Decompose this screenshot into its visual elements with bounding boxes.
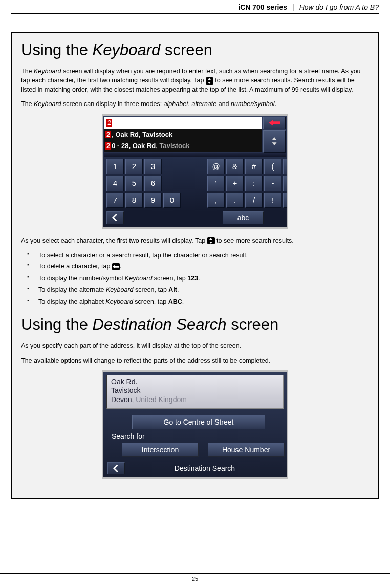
section1-bullet-list: To select a character or a search result… — [21, 250, 369, 307]
expand-icon — [207, 237, 215, 244]
key[interactable]: ! — [264, 193, 281, 208]
key[interactable]: ( — [264, 159, 281, 174]
list-item: To delete a character, tap . — [27, 262, 369, 271]
keyboard-input[interactable]: 2 — [104, 117, 262, 129]
key[interactable]: 5 — [125, 176, 143, 191]
footer-title: Destination Search — [127, 462, 283, 474]
page-number: 25 — [192, 576, 198, 582]
page-header: iCN 700 series | How do I go from A to B… — [11, 0, 379, 14]
section1-post-img: As you select each character, the first … — [21, 236, 369, 245]
key-blank — [182, 176, 206, 191]
key[interactable]: / — [245, 193, 263, 208]
abc-mode-button[interactable]: abc — [223, 211, 264, 224]
key[interactable]: & — [226, 159, 244, 174]
keyboard-grid: 123@&#()456'+:-°7890,./!? — [104, 157, 286, 211]
back-button[interactable] — [107, 462, 125, 474]
intersection-button[interactable]: Intersection — [122, 443, 199, 457]
key-blank — [182, 159, 206, 174]
keyboard-suggestion-2[interactable]: 20 - 28, Oak Rd, Tavistock — [104, 140, 262, 152]
header-series: iCN 700 series — [238, 3, 287, 11]
section1-para1: The Keyboard screen will display when yo… — [21, 67, 369, 94]
destination-screenshot: Oak Rd. Tavistock Devon, United Kingdom … — [21, 370, 369, 481]
key[interactable]: 4 — [106, 176, 124, 191]
section2-para1: As you specify each part of the address,… — [21, 341, 369, 350]
back-button[interactable] — [106, 211, 124, 224]
key[interactable]: 3 — [144, 159, 162, 174]
list-item: To select a character or a search result… — [27, 250, 369, 260]
keyboard-suggestion-1[interactable]: 2, Oak Rd, Tavistock — [104, 129, 262, 140]
section2-title: Using the Destination Search screen — [21, 316, 369, 334]
page-footer: 25 — [0, 573, 390, 582]
key[interactable]: , — [207, 193, 225, 208]
key[interactable]: 0 — [163, 193, 181, 208]
delete-button[interactable] — [263, 117, 286, 129]
key[interactable]: ) — [283, 159, 288, 174]
key-blank — [182, 193, 206, 208]
arrow-left-icon — [112, 263, 120, 270]
content-panel: Using the Keyboard screen The Keyboard s… — [11, 32, 379, 499]
section2-para2: The available options will change to ref… — [21, 356, 369, 365]
list-item: To display the alternate Keyboard screen… — [27, 285, 369, 295]
section1-para2: The Keyboard screen can display in three… — [21, 99, 369, 109]
key[interactable]: 1 — [106, 159, 124, 174]
search-for-label: Search for — [112, 432, 281, 440]
key[interactable]: 9 — [144, 193, 162, 208]
header-question: How do I go from A to B? — [299, 3, 379, 11]
key[interactable]: . — [226, 193, 244, 208]
address-panel: Oak Rd. Tavistock Devon, United Kingdom — [106, 375, 284, 409]
key[interactable]: 2 — [125, 159, 143, 174]
key[interactable]: ? — [283, 193, 288, 208]
list-item: To display the alphabet Keyboard screen,… — [27, 297, 369, 307]
key-blank — [163, 159, 181, 174]
key[interactable]: ' — [207, 176, 225, 191]
key[interactable]: @ — [207, 159, 225, 174]
key[interactable]: ° — [283, 176, 288, 191]
keyboard-screenshot: 2 2, Oak Rd, Tavistock 20 - 28, Oak Rd, … — [21, 114, 369, 231]
key[interactable]: # — [245, 159, 263, 174]
section1-title: Using the Keyboard screen — [21, 41, 369, 59]
header-separator: | — [292, 3, 294, 11]
key[interactable]: + — [226, 176, 244, 191]
list-item: To display the number/symbol Keyboard sc… — [27, 274, 369, 283]
go-to-centre-button[interactable]: Go to Centre of Street — [132, 415, 265, 429]
expand-results-button[interactable] — [263, 130, 286, 153]
key[interactable]: - — [264, 176, 281, 191]
house-number-button[interactable]: House Number — [208, 443, 285, 457]
expand-icon — [206, 77, 213, 85]
key[interactable]: 6 — [144, 176, 162, 191]
key[interactable]: : — [245, 176, 263, 191]
key-blank — [163, 176, 181, 191]
key[interactable]: 8 — [125, 193, 143, 208]
key[interactable]: 7 — [106, 193, 124, 208]
